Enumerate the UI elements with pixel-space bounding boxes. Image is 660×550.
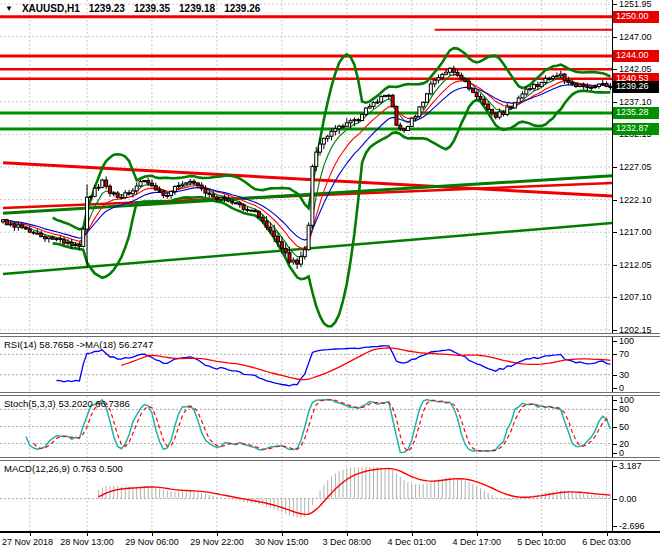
price-axis-tick: 1251.95 (619, 0, 652, 9)
stochastic-plot[interactable]: Stoch(5,3,3) 53.2020 66.7386 (0, 396, 612, 457)
rsi-label: RSI(14) 58.7658 ->MA(18) 56.2747 (4, 339, 153, 350)
macd-label: MACD(12,26,9) 0.763 0.500 (4, 463, 123, 474)
time-axis-tick (347, 533, 348, 536)
time-axis-tick (542, 533, 543, 536)
panel-divider[interactable] (0, 333, 660, 337)
ohlc-info-bar: ▼ XAUUSD,H1 1239.23 1239.35 1239.18 1239… (5, 2, 260, 15)
time-axis-tick (477, 533, 478, 536)
price-axis-tick: 1247.00 (619, 32, 652, 42)
time-axis-label: 6 Dec 03:00 (582, 537, 631, 547)
price-axis-tick: 70 (619, 349, 629, 359)
macd-plot[interactable]: MACD(12,26,9) 0.763 0.500 (0, 461, 612, 531)
mt4-chart-window: ▼ XAUUSD,H1 1239.23 1239.35 1239.18 1239… (0, 0, 660, 550)
time-axis-label: 3 Dec 08:00 (323, 537, 372, 547)
symbol-period-label: XAUUSD,H1 (22, 3, 80, 14)
current-price-box: 1239.26 (613, 81, 659, 93)
time-axis-tick (152, 533, 153, 536)
panel-divider[interactable] (0, 457, 660, 461)
price-level-box: 1244.00 (613, 50, 659, 62)
price-axis-tick: -2.696 (619, 521, 645, 531)
main-chart-plot[interactable] (0, 0, 612, 333)
price-level-box: 1235.28 (613, 107, 659, 119)
price-axis-tick: 3.187 (619, 461, 642, 471)
time-axis-tick (282, 533, 283, 536)
close-value: 1239.26 (224, 3, 260, 14)
time-axis-label: 28 Nov 13:00 (60, 537, 114, 547)
price-axis-tick: 100 (619, 336, 634, 346)
price-axis-tick: 1227.05 (619, 162, 652, 172)
price-axis[interactable]: 1251.951247.001242.051237.101232.151227.… (612, 0, 660, 533)
time-axis-label: 29 Nov 06:00 (125, 537, 179, 547)
low-value: 1239.18 (179, 3, 215, 14)
time-axis-tick (412, 533, 413, 536)
time-axis-label: 29 Nov 22:00 (190, 537, 244, 547)
price-axis-tick: 1212.05 (619, 260, 652, 270)
price-axis-tick: 1207.10 (619, 292, 652, 302)
stochastic-label: Stoch(5,3,3) 53.2020 66.7386 (4, 398, 130, 409)
time-axis-label: 4 Dec 17:00 (452, 537, 501, 547)
price-axis-tick: 0.00 (619, 494, 637, 504)
price-axis-tick: 1217.00 (619, 227, 652, 237)
time-axis-label: 4 Dec 01:00 (387, 537, 436, 547)
open-value: 1239.23 (89, 3, 125, 14)
time-axis-tick (607, 533, 608, 536)
time-axis-tick (87, 533, 88, 536)
time-axis-label: 27 Nov 2018 (2, 537, 53, 547)
price-axis-tick: 30 (619, 370, 629, 380)
rsi-plot[interactable]: RSI(14) 58.7658 ->MA(18) 56.2747 (0, 337, 612, 392)
price-axis-tick: 80 (619, 404, 629, 414)
price-axis-tick: 1237.10 (619, 97, 652, 107)
time-axis[interactable]: 27 Nov 201828 Nov 13:0029 Nov 06:0029 No… (0, 531, 660, 550)
symbol-dropdown-icon[interactable]: ▼ (5, 4, 13, 13)
time-axis-label: 30 Nov 15:00 (255, 537, 309, 547)
price-axis-tick: 1222.10 (619, 195, 652, 205)
high-value: 1239.35 (134, 3, 170, 14)
time-axis-tick (30, 533, 31, 536)
time-axis-tick (217, 533, 218, 536)
price-level-box: 1232.87 (613, 123, 659, 135)
price-level-box: 1250.00 (613, 11, 659, 23)
price-axis-tick: 50 (619, 422, 629, 432)
panel-divider[interactable] (0, 392, 660, 396)
time-axis-label: 5 Dec 10:00 (517, 537, 566, 547)
